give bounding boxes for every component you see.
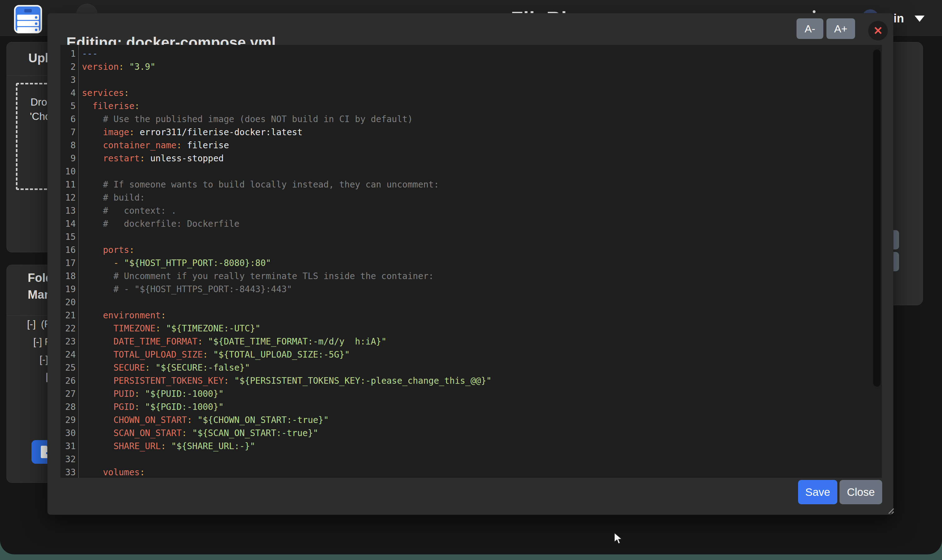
code-text bbox=[78, 74, 82, 86]
font-decrease-button[interactable]: A- bbox=[797, 18, 823, 39]
code-line: 25 SECURE: "${SECURE:-false}" bbox=[60, 361, 882, 374]
code-text: TIMEZONE: "${TIMEZONE:-UTC}" bbox=[78, 322, 260, 335]
line-number: 16 bbox=[60, 243, 78, 257]
code-text: SHARE_URL: "${SHARE_URL:-}" bbox=[78, 440, 255, 453]
code-text: ports: bbox=[78, 243, 135, 257]
code-text: # dockerfile: Dockerfile bbox=[78, 217, 240, 231]
code-line: 14 # dockerfile: Dockerfile bbox=[60, 217, 882, 231]
code-text bbox=[78, 165, 82, 178]
code-line: 18 # Uncomment if you really terminate T… bbox=[60, 270, 882, 283]
code-line: 4services: bbox=[60, 86, 882, 100]
logo-drive-bar bbox=[17, 27, 39, 32]
code-text: # context: . bbox=[78, 204, 176, 217]
filerise-logo-icon[interactable] bbox=[14, 5, 42, 33]
header-indicator-dot-icon bbox=[813, 10, 816, 13]
line-number: 17 bbox=[60, 257, 78, 270]
save-button[interactable]: Save bbox=[798, 480, 837, 504]
code-line: 2version: "3.9" bbox=[60, 60, 882, 74]
line-number: 24 bbox=[60, 348, 78, 361]
line-number: 32 bbox=[60, 453, 78, 466]
line-number: 18 bbox=[60, 270, 78, 283]
line-number: 23 bbox=[60, 335, 78, 348]
code-text: PERSISTENT_TOKENS_KEY: "${PERSISTENT_TOK… bbox=[78, 374, 491, 388]
code-text: # build: bbox=[78, 191, 145, 204]
line-number: 10 bbox=[60, 165, 78, 178]
code-text: PUID: "${PUID:-1000}" bbox=[78, 388, 224, 400]
code-line: 9 restart: unless-stopped bbox=[60, 152, 882, 165]
code-text: CHOWN_ON_START: "${CHOWN_ON_START:-true}… bbox=[78, 414, 329, 427]
logo-drive-bar bbox=[17, 21, 39, 26]
line-number: 6 bbox=[60, 113, 78, 126]
line-number: 12 bbox=[60, 191, 78, 204]
line-number: 30 bbox=[60, 427, 78, 440]
line-number: 25 bbox=[60, 361, 78, 374]
font-increase-button[interactable]: A+ bbox=[827, 18, 855, 39]
code-editor[interactable]: 1---2version: "3.9"34services:5 filerise… bbox=[60, 45, 882, 478]
code-text: TOTAL_UPLOAD_SIZE: "${TOTAL_UPLOAD_SIZE:… bbox=[78, 348, 350, 361]
code-line: 30 SCAN_ON_START: "${SCAN_ON_START:-true… bbox=[60, 427, 882, 440]
code-text: # Uncomment if you really terminate TLS … bbox=[78, 270, 434, 283]
resize-handle[interactable] bbox=[884, 504, 895, 515]
close-button[interactable]: Close bbox=[839, 480, 882, 504]
editor-scrollbar[interactable] bbox=[873, 49, 880, 386]
line-number: 26 bbox=[60, 374, 78, 388]
code-text bbox=[78, 231, 82, 243]
line-number: 5 bbox=[60, 100, 78, 113]
logo-drive-bar bbox=[17, 15, 39, 20]
code-line: 16 ports: bbox=[60, 243, 882, 257]
line-number: 15 bbox=[60, 231, 78, 243]
code-line: 32 bbox=[60, 453, 882, 466]
code-line: 1--- bbox=[60, 47, 882, 60]
code-text bbox=[78, 296, 82, 309]
code-line: 13 # context: . bbox=[60, 204, 882, 217]
code-text: image: error311/filerise-docker:latest bbox=[78, 126, 302, 139]
code-text: # If someone wants to build locally inst… bbox=[78, 178, 439, 191]
line-number: 14 bbox=[60, 217, 78, 231]
code-line: 27 PUID: "${PUID:-1000}" bbox=[60, 388, 882, 400]
line-number: 4 bbox=[60, 86, 78, 100]
line-number: 7 bbox=[60, 126, 78, 139]
line-number: 28 bbox=[60, 400, 78, 414]
code-line: 6 # Use the published image (does NOT bu… bbox=[60, 113, 882, 126]
code-line: 28 PGID: "${PGID:-1000}" bbox=[60, 400, 882, 414]
code-line: 11 # If someone wants to build locally i… bbox=[60, 178, 882, 191]
code-line: 23 DATE_TIME_FORMAT: "${DATE_TIME_FORMAT… bbox=[60, 335, 882, 348]
code-text: services: bbox=[78, 86, 129, 100]
code-line: 10 bbox=[60, 165, 882, 178]
line-number: 9 bbox=[60, 152, 78, 165]
mouse-cursor-icon bbox=[614, 532, 624, 545]
code-text: filerise: bbox=[78, 100, 140, 113]
code-text: SCAN_ON_START: "${SCAN_ON_START:-true}" bbox=[78, 427, 319, 440]
code-text: # - "${HOST_HTTPS_PORT:-8443}:443" bbox=[78, 283, 292, 296]
line-number: 11 bbox=[60, 178, 78, 191]
code-line: 3 bbox=[60, 74, 882, 86]
code-text: --- bbox=[78, 47, 98, 60]
code-text: SECURE: "${SECURE:-false}" bbox=[78, 361, 250, 374]
line-number: 33 bbox=[60, 466, 78, 478]
line-number: 8 bbox=[60, 139, 78, 152]
code-text: restart: unless-stopped bbox=[78, 152, 224, 165]
code-line: 26 PERSISTENT_TOKENS_KEY: "${PERSISTENT_… bbox=[60, 374, 882, 388]
line-number: 22 bbox=[60, 322, 78, 335]
code-text: container_name: filerise bbox=[78, 139, 229, 152]
code-text: DATE_TIME_FORMAT: "${DATE_TIME_FORMAT:-m… bbox=[78, 335, 386, 348]
code-line: 15 bbox=[60, 231, 882, 243]
close-icon[interactable]: ✕ bbox=[868, 21, 888, 40]
line-number: 13 bbox=[60, 204, 78, 217]
line-number: 31 bbox=[60, 440, 78, 453]
code-line: 19 # - "${HOST_HTTPS_PORT:-8443}:443" bbox=[60, 283, 882, 296]
screen: FileRise admin Upload Drop files here or… bbox=[0, 0, 942, 560]
code-lines: 1---2version: "3.9"34services:5 filerise… bbox=[60, 47, 882, 478]
edit-file-modal: Editing: docker-compose.yml A- A+ ✕ 1---… bbox=[47, 13, 893, 515]
code-line: 33 volumes: bbox=[60, 466, 882, 478]
code-text: version: "3.9" bbox=[78, 60, 155, 74]
code-text: environment: bbox=[78, 309, 166, 322]
line-number: 2 bbox=[60, 60, 78, 74]
code-line: 29 CHOWN_ON_START: "${CHOWN_ON_START:-tr… bbox=[60, 414, 882, 427]
logo-handle-shape bbox=[24, 9, 32, 12]
code-line: 17 - "${HOST_HTTP_PORT:-8080}:80" bbox=[60, 257, 882, 270]
code-line: 12 # build: bbox=[60, 191, 882, 204]
line-number: 20 bbox=[60, 296, 78, 309]
caret-down-icon bbox=[914, 15, 925, 22]
line-number: 1 bbox=[60, 47, 78, 60]
